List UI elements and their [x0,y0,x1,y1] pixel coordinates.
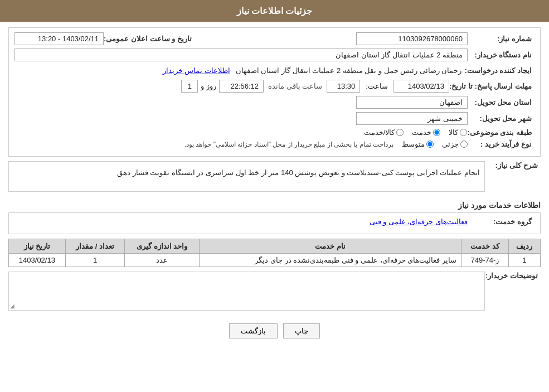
process-jozi-label: جزئی [442,140,459,148]
category-row: طبقه بندی موضوعی: کالا خدمت کالا/خدمت [14,128,535,137]
table-header-row: ردیف کد خدمت نام خدمت واحد اندازه گیری ت… [9,239,541,254]
need-number-value: 1103092678000060 [356,32,468,45]
city-value: خمینی شهر [356,112,468,125]
process-options: جزئی متوسط [402,140,468,148]
col-code: کد خدمت [461,239,508,254]
category-label: طبقه بندی موضوعی: [467,128,535,137]
city-label: شهر محل تحویل: [468,114,535,123]
service-info-title: اطلاعات خدمات مورد نیاز [8,201,541,210]
buyer-name-label: نام دستگاه خریدار: [468,51,535,59]
category-kala-label: کالا [449,128,458,137]
process-label: نوع فرآیند خرید : [468,140,535,148]
col-unit: واحد اندازه گیری [125,239,200,254]
category-khedmat-radio[interactable] [433,129,440,136]
print-button[interactable]: چاپ [283,323,320,338]
need-number-row: شماره نیاز: 1103092678000060 تاریخ و ساع… [14,32,535,45]
category-kala-radio[interactable] [460,129,467,136]
col-qty: تعداد / مقدار [65,239,124,254]
deadline-date: 1403/02/13 [393,80,449,93]
service-group-label: گروه خدمت: [468,217,535,226]
description-label: شرح کلی نیاز: [485,161,541,170]
process-jozi: جزئی [442,140,468,148]
col-name: نام خدمت [200,239,461,254]
comments-label: توضیحات خریدار: [485,272,541,280]
col-row: ردیف [508,239,540,254]
deadline-remaining: 22:56:12 [219,80,264,93]
category-khedmat-label: خدمت [412,128,431,137]
creator-link[interactable]: اطلاعات تماس خریدار [163,66,230,75]
process-jozi-radio[interactable] [460,141,468,148]
resize-handle: ◢ [10,303,14,309]
comments-box[interactable]: ◢ [8,272,485,311]
date-value: 1403/02/11 - 13:20 [14,32,104,45]
comments-row: توضیحات خریدار: ◢ [8,272,541,315]
creator-row: ایجاد کننده درخواست: رحمان رضائی رئیس حم… [14,65,535,76]
cell-row: 1 [508,254,540,267]
deadline-time-label: ساعت: [363,80,391,92]
button-row: چاپ بازگشت [8,323,541,338]
creator-label: ایجاد کننده درخواست: [464,66,535,75]
deadline-days: 1 [181,80,198,93]
description-value: انجام عملیات اجرایی پوست کنی-سندبلاست و … [8,161,485,192]
category-kala-khedmat-radio[interactable] [396,129,404,136]
remaining-label: ساعت باقی مانده [268,82,322,90]
service-group-value[interactable]: فعالیت‌های حرفه‌ای، علمی و فنی [370,217,468,226]
cell-date: 1403/02/13 [9,254,66,267]
province-value: اصفهان [356,96,468,109]
service-group-row: گروه خدمت: فعالیت‌های حرفه‌ای، علمی و فن… [14,217,535,226]
category-kala-khedmat-label: کالا/خدمت [364,128,395,137]
process-note: پرداخت تمام یا بخشی از مبلغ خریدار از مح… [184,141,393,148]
buyer-name-row: نام دستگاه خریدار: منطقه 2 عملیات انتقال… [14,49,535,61]
process-row: نوع فرآیند خرید : جزئی متوسط پرداخت تمام… [14,140,535,148]
category-khedmat: خدمت [412,128,440,137]
deadline-time: 13:30 [327,80,360,93]
date-label: تاریخ و ساعت اعلان عمومی: [104,35,195,43]
province-row: استان محل تحویل: اصفهان [14,96,535,109]
category-kala: کالا [449,128,467,137]
province-label: استان محل تحویل: [468,98,535,107]
cell-qty: 1 [65,254,124,267]
city-row: شهر محل تحویل: خمینی شهر [14,112,535,125]
page-header: جزئیات اطلاعات نیاز [0,0,549,22]
table-row: 1 ز-74-749 سایر فعالیت‌های حرفه‌ای، علمی… [9,254,541,267]
process-motevaset-radio[interactable] [426,141,434,148]
service-table: ردیف کد خدمت نام خدمت واحد اندازه گیری ت… [8,239,541,267]
deadline-row: مهلت ارسال پاسخ: تا تاریخ: 1403/02/13 سا… [14,80,535,93]
page-title: جزئیات اطلاعات نیاز [237,6,313,16]
description-row: شرح کلی نیاز: انجام عملیات اجرایی پوست ک… [8,161,541,196]
col-date: تاریخ نیاز [9,239,66,254]
days-label: روز و [201,82,216,90]
category-options: کالا خدمت کالا/خدمت [364,128,468,137]
cell-unit: عدد [125,254,200,267]
buyer-name-value: منطقه 2 عملیات انتقال گاز استان اصفهان [14,49,468,61]
creator-value: رحمان رضائی رئیس حمل و نقل منطقه 2 عملیا… [233,65,465,76]
back-button[interactable]: بازگشت [229,323,278,338]
info-section: شماره نیاز: 1103092678000060 تاریخ و ساع… [8,27,541,157]
process-motevaset: متوسط [402,140,434,148]
group-service-row: گروه خدمت: فعالیت‌های حرفه‌ای، علمی و فن… [8,212,541,234]
cell-code: ز-74-749 [461,254,508,267]
need-number-label: شماره نیاز: [468,35,535,43]
category-kala-khedmat: کالا/خدمت [364,128,404,137]
deadline-label: مهلت ارسال پاسخ: تا تاریخ: [449,82,535,90]
process-motevaset-label: متوسط [402,140,425,148]
cell-name: سایر فعالیت‌های حرفه‌ای، علمی و فنی طبقه… [200,254,461,267]
